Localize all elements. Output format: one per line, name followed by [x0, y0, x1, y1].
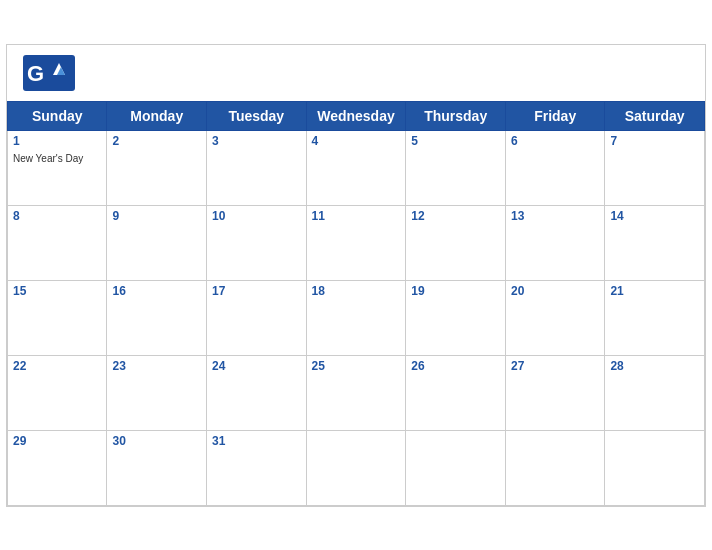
- day-number: 29: [13, 434, 101, 448]
- day-cell-7-0-6: 7: [605, 130, 705, 205]
- day-number: 20: [511, 284, 599, 298]
- day-cell-27-3-5: 27: [506, 355, 605, 430]
- header-day-monday: Monday: [107, 101, 207, 130]
- logo-icon: G: [23, 55, 75, 91]
- day-number: 14: [610, 209, 699, 223]
- day-event: New Year's Day: [13, 153, 83, 164]
- day-cell-18-2-3: 18: [306, 280, 406, 355]
- day-cell-21-2-6: 21: [605, 280, 705, 355]
- day-number: 13: [511, 209, 599, 223]
- day-number: 8: [13, 209, 101, 223]
- day-number: 18: [312, 284, 401, 298]
- day-number: 11: [312, 209, 401, 223]
- day-cell-empty-4-4: [406, 430, 506, 505]
- day-number: 7: [610, 134, 699, 148]
- header-day-sunday: Sunday: [8, 101, 107, 130]
- day-cell-20-2-5: 20: [506, 280, 605, 355]
- header-day-thursday: Thursday: [406, 101, 506, 130]
- day-cell-12-1-4: 12: [406, 205, 506, 280]
- day-number: 27: [511, 359, 599, 373]
- day-number: 31: [212, 434, 301, 448]
- day-number: 21: [610, 284, 699, 298]
- day-number: 12: [411, 209, 500, 223]
- day-cell-19-2-4: 19: [406, 280, 506, 355]
- svg-text:G: G: [27, 61, 44, 86]
- header-day-tuesday: Tuesday: [206, 101, 306, 130]
- day-cell-8-1-0: 8: [8, 205, 107, 280]
- days-header-row: SundayMondayTuesdayWednesdayThursdayFrid…: [8, 101, 705, 130]
- day-number: 4: [312, 134, 401, 148]
- day-cell-empty-4-3: [306, 430, 406, 505]
- day-cell-24-3-2: 24: [206, 355, 306, 430]
- day-cell-13-1-5: 13: [506, 205, 605, 280]
- day-cell-10-1-2: 10: [206, 205, 306, 280]
- day-number: 16: [112, 284, 201, 298]
- day-number: 1: [13, 134, 101, 148]
- day-number: 10: [212, 209, 301, 223]
- day-cell-31-4-2: 31: [206, 430, 306, 505]
- day-number: 25: [312, 359, 401, 373]
- day-number: 28: [610, 359, 699, 373]
- day-cell-5-0-4: 5: [406, 130, 506, 205]
- day-cell-25-3-3: 25: [306, 355, 406, 430]
- calendar-container: G SundayMondayTuesdayWednesdayThursdayFr…: [6, 44, 706, 507]
- day-number: 5: [411, 134, 500, 148]
- day-number: 3: [212, 134, 301, 148]
- week-row-1: 1New Year's Day234567: [8, 130, 705, 205]
- day-cell-6-0-5: 6: [506, 130, 605, 205]
- day-cell-empty-4-5: [506, 430, 605, 505]
- week-row-3: 15161718192021: [8, 280, 705, 355]
- day-cell-26-3-4: 26: [406, 355, 506, 430]
- day-cell-11-1-3: 11: [306, 205, 406, 280]
- day-cell-14-1-6: 14: [605, 205, 705, 280]
- week-row-5: 293031: [8, 430, 705, 505]
- day-number: 2: [112, 134, 201, 148]
- day-number: 26: [411, 359, 500, 373]
- day-number: 19: [411, 284, 500, 298]
- day-cell-empty-4-6: [605, 430, 705, 505]
- day-number: 23: [112, 359, 201, 373]
- day-cell-4-0-3: 4: [306, 130, 406, 205]
- day-cell-22-3-0: 22: [8, 355, 107, 430]
- day-number: 15: [13, 284, 101, 298]
- day-number: 9: [112, 209, 201, 223]
- day-cell-23-3-1: 23: [107, 355, 207, 430]
- day-number: 6: [511, 134, 599, 148]
- day-number: 24: [212, 359, 301, 373]
- day-cell-29-4-0: 29: [8, 430, 107, 505]
- day-cell-28-3-6: 28: [605, 355, 705, 430]
- day-cell-2-0-1: 2: [107, 130, 207, 205]
- day-cell-30-4-1: 30: [107, 430, 207, 505]
- day-number: 30: [112, 434, 201, 448]
- week-row-2: 891011121314: [8, 205, 705, 280]
- day-cell-9-1-1: 9: [107, 205, 207, 280]
- day-number: 22: [13, 359, 101, 373]
- calendar-table: SundayMondayTuesdayWednesdayThursdayFrid…: [7, 101, 705, 506]
- header-day-saturday: Saturday: [605, 101, 705, 130]
- header-day-wednesday: Wednesday: [306, 101, 406, 130]
- day-cell-15-2-0: 15: [8, 280, 107, 355]
- logo-area: G: [23, 55, 75, 93]
- day-number: 17: [212, 284, 301, 298]
- header-day-friday: Friday: [506, 101, 605, 130]
- calendar-header: G: [7, 45, 705, 101]
- week-row-4: 22232425262728: [8, 355, 705, 430]
- day-cell-1-0-0: 1New Year's Day: [8, 130, 107, 205]
- day-cell-16-2-1: 16: [107, 280, 207, 355]
- day-cell-17-2-2: 17: [206, 280, 306, 355]
- day-cell-3-0-2: 3: [206, 130, 306, 205]
